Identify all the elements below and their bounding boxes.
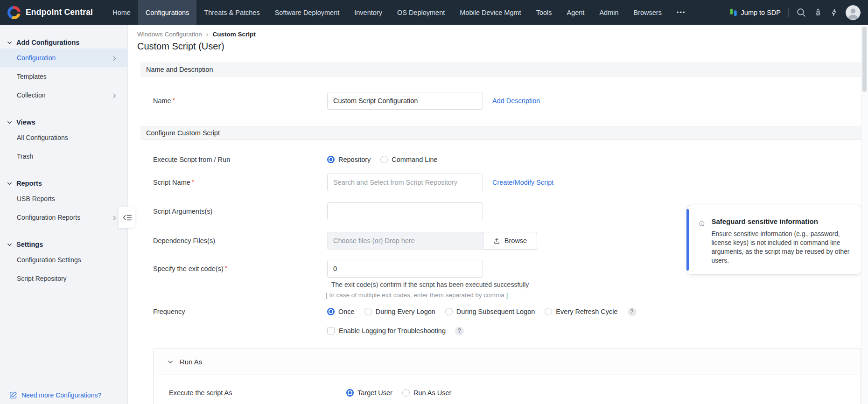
sidebar-item-label: USB Reports — [17, 195, 55, 202]
section-header-label: Configure Custom Script — [146, 129, 220, 137]
need-more-configurations-link[interactable]: Need more Configurations? — [9, 391, 101, 399]
frequency-help-icon[interactable]: ? — [628, 307, 637, 316]
radio-label: Every Refresh Cycle — [556, 308, 617, 315]
radio-once[interactable]: Once — [327, 308, 355, 315]
sidebar-section-title[interactable]: Settings — [0, 238, 127, 251]
add-description-link[interactable]: Add Description — [492, 97, 540, 104]
nav-item-agent[interactable]: Agent — [559, 0, 592, 25]
sidebar-item-label: Templates — [17, 73, 47, 80]
name-field-label: Name* — [153, 97, 327, 104]
create-modify-script-link[interactable]: Create/Modify Script — [492, 179, 553, 186]
chevron-down-icon — [7, 120, 12, 125]
nav-item-home[interactable]: Home — [105, 0, 138, 25]
section-header-configure-custom-script: Configure Custom Script — [140, 126, 861, 140]
vertical-scrollbar-track[interactable] — [861, 25, 868, 404]
nav-more-button[interactable]: ••• — [669, 0, 693, 25]
required-asterisk: * — [225, 265, 227, 272]
jump-to-sdp-button[interactable]: Jump to SDP — [729, 8, 781, 16]
radio-target-user[interactable]: Target User — [346, 389, 392, 397]
sidebar-section-title[interactable]: Add Configurations — [0, 36, 127, 49]
radio-repository[interactable]: Repository — [327, 156, 371, 163]
logging-help-icon[interactable]: ? — [455, 327, 464, 335]
sidebar-collapse-toggle[interactable] — [119, 207, 135, 228]
nav-item-configurations[interactable]: Configurations — [138, 0, 197, 25]
exit-codes-input[interactable] — [327, 260, 483, 278]
section-title-label: Reports — [16, 180, 42, 187]
browse-button[interactable]: Browse — [483, 232, 537, 250]
sidebar-item-label: Configuration Reports — [17, 214, 80, 221]
nav-item-software-deployment[interactable]: Software Deployment — [267, 0, 347, 25]
execute-from-label: Execute Script from / Run — [153, 156, 327, 163]
search-icon[interactable] — [796, 7, 806, 17]
enable-logging-label[interactable]: Enable Logging for Troubleshooting — [339, 327, 446, 334]
nav-item-browsers[interactable]: Browsers — [626, 0, 669, 25]
page-title: Custom Script (User) — [137, 41, 224, 52]
sidebar-item-configuration-settings[interactable]: Configuration Settings — [0, 251, 127, 269]
exit-codes-help-text: The exit code(s) confirm if the script h… — [331, 281, 529, 288]
frequency-radio-group: Once During Every Logon During Subsequen… — [327, 307, 637, 316]
sidebar-item-trash[interactable]: Trash — [0, 147, 127, 166]
sidebar-item-templates[interactable]: Templates — [0, 67, 127, 86]
script-arguments-input[interactable] — [327, 202, 483, 220]
sidebar-item-usb-reports[interactable]: USB Reports — [0, 189, 127, 208]
brand[interactable]: Endpoint Central — [7, 6, 93, 19]
main-content: Windows Configuration › Custom Script Cu… — [128, 25, 868, 404]
radio-selected-icon — [327, 156, 335, 163]
radio-label: Repository — [338, 156, 371, 163]
dropzone-placeholder: Choose files (or) Drop here — [333, 237, 415, 244]
radio-command-line[interactable]: Command Line — [380, 156, 437, 163]
user-avatar[interactable] — [846, 5, 861, 20]
exit-codes-label: Specify the exit code(s)* — [153, 265, 327, 272]
callout-text: Safeguard sensitive information Ensure s… — [711, 215, 852, 265]
nav-item-admin[interactable]: Admin — [592, 0, 626, 25]
nav-item-inventory[interactable]: Inventory — [347, 0, 390, 25]
radio-selected-icon — [327, 308, 335, 315]
whats-new-rocket-icon[interactable] — [813, 8, 823, 17]
breadcrumb-separator: › — [206, 30, 209, 38]
run-as-header-label: Run As — [180, 358, 202, 366]
chevron-right-icon — [112, 92, 117, 100]
script-name-input[interactable] — [327, 174, 483, 191]
breadcrumb-windows-configuration[interactable]: Windows Configuration — [137, 31, 202, 38]
radio-run-as-user[interactable]: Run As User — [402, 389, 451, 397]
quick-actions-bolt-icon[interactable] — [830, 8, 838, 17]
radio-every-refresh-cycle[interactable]: Every Refresh Cycle — [545, 308, 617, 315]
chevron-down-icon — [168, 359, 173, 365]
sidebar-item-script-repository[interactable]: Script Repository — [0, 269, 127, 288]
radio-label: Once — [338, 308, 355, 315]
endpoint-central-logo-icon — [7, 6, 21, 19]
enable-logging-checkbox[interactable] — [327, 327, 335, 334]
sidebar-section-reports: Reports USB Reports Configuration Report… — [0, 177, 127, 227]
sidebar-section-views: Views All Configurations Trash — [0, 116, 127, 166]
radio-during-subsequent-logon[interactable]: During Subsequent Logon — [445, 308, 535, 315]
radio-label: Target User — [357, 389, 392, 397]
sidebar-item-all-configurations[interactable]: All Configurations — [0, 128, 127, 147]
sidebar-item-configuration[interactable]: Configuration — [0, 49, 127, 67]
breadcrumb-custom-script: Custom Script — [213, 31, 256, 38]
frequency-row: Frequency Once During Every Logon During… — [153, 303, 637, 320]
breadcrumb: Windows Configuration › Custom Script — [137, 30, 256, 38]
nav-item-mobile-device-mgmt[interactable]: Mobile Device Mgmt — [452, 0, 528, 25]
nav-item-os-deployment[interactable]: OS Deployment — [390, 0, 452, 25]
label-text: Script Name — [153, 179, 190, 186]
sidebar-item-label: Configuration Settings — [17, 256, 81, 264]
callout-accent-bar — [686, 209, 689, 271]
sidebar-section-title[interactable]: Reports — [0, 177, 127, 189]
configuration-name-input[interactable] — [327, 92, 483, 110]
nav-item-tools[interactable]: Tools — [529, 0, 560, 25]
sidebar-section-settings: Settings Configuration Settings Script R… — [0, 238, 127, 288]
radio-unselected-icon — [445, 308, 453, 315]
run-as-header-toggle[interactable]: Run As — [154, 349, 861, 375]
section-title-label: Settings — [16, 241, 43, 248]
nav-item-threats-patches[interactable]: Threats & Patches — [196, 0, 267, 25]
sdp-icon — [729, 8, 737, 16]
radio-during-every-logon[interactable]: During Every Logon — [364, 308, 435, 315]
chevron-right-icon — [112, 55, 117, 63]
sidebar-item-configuration-reports[interactable]: Configuration Reports — [0, 208, 127, 227]
sidebar-section-title[interactable]: Views — [0, 116, 127, 128]
dependency-files-dropzone[interactable]: Choose files (or) Drop here — [327, 232, 483, 250]
exit-codes-help-note: [ In case of multiple exit codes, enter … — [326, 292, 508, 299]
vertical-scrollbar-thumb[interactable] — [862, 27, 867, 92]
radio-label: Command Line — [392, 156, 437, 163]
sidebar-item-collection[interactable]: Collection — [0, 86, 127, 104]
